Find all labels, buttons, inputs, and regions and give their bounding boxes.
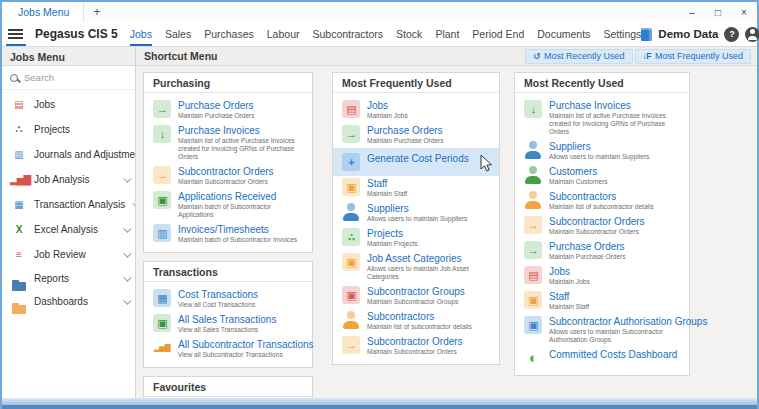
shortcut-item[interactable]: Subcontractors Maintain list of subcontr…	[333, 309, 499, 334]
menu-tab[interactable]: Labour	[267, 22, 300, 46]
chevron-down-icon[interactable]	[123, 273, 131, 281]
shortcut-item[interactable]: ▣ Subcontractor Groups Maintain Subcontr…	[333, 284, 499, 309]
shortcut-item[interactable]: → Purchase Orders Maintain Purchase Orde…	[515, 239, 689, 264]
menu-tab[interactable]: Subcontractors	[312, 22, 383, 46]
sidebar-item[interactable]: ▥ Journals and Adjustments	[2, 142, 135, 167]
sidebar-item[interactable]: X Excel Analysis	[2, 217, 135, 242]
user-account-icon[interactable]	[745, 27, 759, 42]
menu-tab[interactable]: Settings	[603, 22, 641, 46]
chevron-down-icon[interactable]	[123, 249, 131, 257]
shortcut-item[interactable]: → Purchase Orders Maintain Purchase Orde…	[333, 123, 499, 148]
shortcut-item[interactable]: + Generate Cost Periods	[333, 148, 499, 176]
app-window: Jobs Menu + – □ × Pegasus CIS 5 JobsSale…	[0, 0, 759, 409]
shortcut-item[interactable]: Suppliers Allows users to maintain Suppl…	[333, 201, 499, 226]
shortcut-item[interactable]: ↓ Purchase Invoices Maintain list of act…	[144, 123, 312, 164]
invoices-timesheets-icon: ▥	[153, 224, 171, 242]
purchase-orders-icon: →	[342, 125, 360, 143]
window-tab-jobs-menu[interactable]: Jobs Menu	[2, 2, 84, 22]
job-analysis-icon: ▂▅▇	[10, 173, 27, 186]
mouse-cursor-icon	[480, 154, 493, 173]
journals-adjustments-icon: ▥	[10, 148, 27, 161]
projects-icon: ∴	[10, 123, 27, 136]
shortcut-item[interactable]: Customers Maintain Customers	[515, 164, 689, 189]
shortcut-item[interactable]: → Purchase Orders Maintain Purchase Orde…	[144, 98, 312, 123]
shortcut-item[interactable]: ▣ Job Asset Categories Allows users to m…	[333, 251, 499, 284]
shortcut-item[interactable]: Subcontractors Maintain list of subcontr…	[515, 189, 689, 214]
sidebar: Jobs Menu Search ▤ Jobs ∴ Projects ▥	[2, 47, 136, 398]
brand-title: Pegasus CIS 5	[35, 27, 118, 41]
menu-tab[interactable]: Sales	[165, 22, 191, 46]
menu-tab[interactable]: Stock	[396, 22, 422, 46]
sidebar-item[interactable]: ▂▅▇ Job Analysis	[2, 167, 135, 192]
search-icon	[10, 74, 18, 82]
close-button[interactable]: ×	[731, 2, 757, 22]
main-header: Shortcut Menu ↺ Most Recently Used ↓F Mo…	[136, 47, 757, 66]
new-tab-button[interactable]: +	[84, 2, 109, 22]
sidebar-item[interactable]: Dashboards	[2, 290, 135, 313]
search-input[interactable]: Search	[2, 66, 135, 90]
purchase-invoices-icon: ↓	[524, 100, 542, 118]
purchase-orders-icon: →	[524, 241, 542, 259]
chevron-down-icon[interactable]	[123, 296, 131, 304]
all-sales-transactions-icon: ▣	[153, 314, 171, 332]
committed-costs-dashboard-icon: ◐	[524, 349, 542, 367]
sidebar-item[interactable]: ∴ Projects	[2, 117, 135, 142]
window-bottom-edge	[2, 398, 757, 409]
shortcut-item[interactable]: → Subcontractor Orders Maintain Subcontr…	[515, 214, 689, 239]
shortcut-item[interactable]: ▣ Applications Received Maintain batch o…	[144, 189, 312, 222]
toolbar-button[interactable]: ↺ Most Recently Used	[525, 49, 632, 64]
page-title: Shortcut Menu	[144, 50, 218, 62]
suppliers-icon	[524, 141, 542, 159]
maximize-button[interactable]: □	[705, 2, 731, 22]
minimize-button[interactable]: –	[679, 2, 705, 22]
subcontractors-icon	[524, 191, 542, 209]
window-controls: – □ ×	[679, 2, 757, 22]
shortcut-item[interactable]: ∴ Projects Maintain Projects	[333, 226, 499, 251]
shortcut-item[interactable]: ▣ Staff Maintain Staff	[333, 176, 499, 201]
column-middle: Most Frequently Used ▤ Jobs Maintain Job…	[332, 72, 500, 373]
shortcut-item[interactable]: ▤ Jobs Maintain Jobs	[515, 264, 689, 289]
panel-title: Purchasing	[144, 73, 312, 93]
panel-most-recently-used: Most Recently Used ↓ Purchase Invoices M…	[514, 72, 690, 376]
job-asset-categories-icon: ▣	[342, 253, 360, 271]
column-left: Purchasing → Purchase Orders Maintain Pu…	[143, 72, 313, 398]
panel-title: Favourites	[144, 377, 312, 397]
search-placeholder: Search	[24, 72, 54, 83]
excel-analysis-icon: X	[10, 223, 27, 236]
shortcut-item[interactable]: → Subcontractor Orders Maintain Subcontr…	[333, 334, 499, 359]
chevron-down-icon[interactable]	[123, 174, 131, 182]
main-area: Shortcut Menu ↺ Most Recently Used ↓F Mo…	[136, 47, 757, 398]
shortcut-item[interactable]: ▣ All Sales Transactions View all Sales …	[144, 312, 312, 337]
column-right: Most Recently Used ↓ Purchase Invoices M…	[514, 72, 690, 384]
help-icon[interactable]: ?	[724, 27, 739, 42]
panel-purchasing: Purchasing → Purchase Orders Maintain Pu…	[143, 72, 313, 253]
shortcut-item[interactable]: ◐ Committed Costs Dashboard	[515, 347, 689, 370]
menu-tab[interactable]: Jobs	[130, 22, 152, 46]
menu-tab[interactable]: Purchases	[204, 22, 254, 46]
menu-tab[interactable]: Period End	[472, 22, 524, 46]
shortcut-item[interactable]: ▤ Jobs Maintain Jobs	[333, 98, 499, 123]
shortcut-item[interactable]: ▥ Invoices/Timesheets Maintain batch of …	[144, 222, 312, 247]
shortcut-item[interactable]: ↓ Purchase Invoices Maintain list of act…	[515, 98, 689, 139]
hamburger-icon[interactable]	[8, 26, 23, 42]
shortcut-item[interactable]: ▦ Cost Transactions View all Cost Transa…	[144, 287, 312, 312]
chevron-down-icon[interactable]	[123, 224, 131, 232]
sidebar-item[interactable]: ▤ Jobs	[2, 92, 135, 117]
body: Jobs Menu Search ▤ Jobs ∴ Projects ▥	[2, 47, 757, 398]
sidebar-item[interactable]: ▦ Transaction Analysis	[2, 192, 135, 217]
cost-transactions-icon: ▦	[153, 289, 171, 307]
shortcut-item[interactable]: ▣ Staff Maintain Staff	[515, 289, 689, 314]
sidebar-item[interactable]: Reports	[2, 267, 135, 290]
menubar-right: Demo Data ?	[641, 27, 759, 42]
shortcut-item[interactable]: Suppliers Allows users to maintain Suppl…	[515, 139, 689, 164]
panel-favourites: Favourites Customers Maintain Customers	[143, 376, 313, 398]
toolbar-button[interactable]: ↓F Most Frequently Used	[635, 49, 752, 64]
company-name[interactable]: Demo Data	[658, 28, 718, 40]
shortcut-item[interactable]: ▣ Subcontractor Authorisation Groups All…	[515, 314, 689, 347]
menu-tab[interactable]: Plant	[435, 22, 459, 46]
sidebar-item[interactable]: ≡ Job Review	[2, 242, 135, 267]
shortcut-item[interactable]: ▂▅▇ All Subcontractor Transactions View …	[144, 337, 312, 362]
chevron-down-icon[interactable]	[133, 199, 135, 207]
shortcut-item[interactable]: → Subcontractor Orders Maintain Subcontr…	[144, 164, 312, 189]
menu-tab[interactable]: Documents	[537, 22, 590, 46]
